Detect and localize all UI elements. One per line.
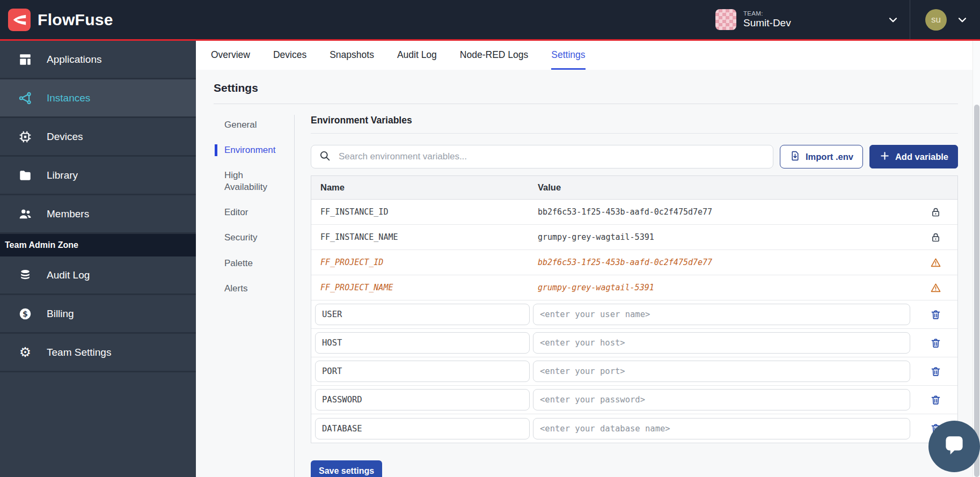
tab-overview[interactable]: Overview xyxy=(211,41,250,70)
lock-icon xyxy=(913,207,957,218)
env-var-value: bb2f6c53-1f25-453b-aafd-0c2f475d7e77 xyxy=(538,207,913,217)
subnav-item-general[interactable]: General xyxy=(215,119,284,131)
subnav-item-editor[interactable]: Editor xyxy=(215,207,284,218)
trash-icon[interactable] xyxy=(913,309,957,320)
svg-text:$: $ xyxy=(23,309,28,318)
trash-icon[interactable] xyxy=(913,337,957,349)
flowfuse-app: FlowFuse TEAM: Sumit-Dev su xyxy=(0,0,980,477)
brand[interactable]: FlowFuse xyxy=(0,9,113,31)
team-switcher[interactable]: TEAM: Sumit-Dev xyxy=(701,0,910,39)
settings-subnav: GeneralEnvironmentHigh AvailabilityEdito… xyxy=(196,115,294,477)
env-var-name-input[interactable] xyxy=(315,361,530,382)
sidebar-item-audit-log[interactable]: Audit Log xyxy=(0,256,196,295)
team-text: TEAM: Sumit-Dev xyxy=(743,10,832,29)
env-var-value-input[interactable] xyxy=(533,332,910,354)
flowfuse-logo-icon xyxy=(8,9,31,31)
team-admin-zone-label: Team Admin Zone xyxy=(0,234,196,256)
chevron-down-icon xyxy=(956,14,968,26)
env-var-name-input[interactable] xyxy=(315,332,530,354)
tab-snapshots[interactable]: Snapshots xyxy=(330,41,374,70)
env-row-password xyxy=(311,386,957,414)
env-var-value: bb2f6c53-1f25-453b-aafd-0c2f475d7e77 xyxy=(538,258,913,267)
trash-icon[interactable] xyxy=(913,394,957,406)
env-row-port xyxy=(311,357,957,386)
subnav-item-alerts[interactable]: Alerts xyxy=(215,283,284,295)
page-title-rule xyxy=(214,104,958,104)
editable-rows xyxy=(311,300,957,443)
search-input[interactable] xyxy=(338,151,765,163)
env-var-name-input[interactable] xyxy=(315,389,530,410)
env-var-name: FF_PROJECT_NAME xyxy=(311,283,538,292)
sidebar: Applications Instances Devices Library M… xyxy=(0,41,196,477)
env-row-database xyxy=(311,414,957,443)
team-avatar xyxy=(715,9,736,30)
chat-bubble-icon xyxy=(941,432,968,461)
settings-content: Settings GeneralEnvironmentHigh Availabi… xyxy=(196,70,973,477)
sidebar-item-applications[interactable]: Applications xyxy=(0,41,196,79)
environment-panel: Environment Variables Impor xyxy=(295,115,973,477)
save-settings-button[interactable]: Save settings xyxy=(311,460,382,477)
subnav-item-security[interactable]: Security xyxy=(215,232,284,244)
applications-icon xyxy=(18,53,32,67)
env-row-ff-instance-id: FF_INSTANCE_ID bb2f6c53-1f25-453b-aafd-0… xyxy=(311,200,957,225)
user-avatar: su xyxy=(925,9,947,31)
plus-icon xyxy=(879,150,890,164)
sidebar-item-billing[interactable]: $ Billing xyxy=(0,295,196,334)
subnav-item-high-availability[interactable]: High Availability xyxy=(215,170,284,193)
env-toolbar: Import .env Add variable xyxy=(311,145,958,168)
devices-icon xyxy=(18,130,32,144)
warning-icon xyxy=(913,257,957,268)
subnav-item-palette[interactable]: Palette xyxy=(215,258,284,269)
chat-widget-button[interactable] xyxy=(928,421,980,472)
members-icon xyxy=(18,207,32,221)
lock-icon xyxy=(913,232,957,243)
locked-rows: FF_INSTANCE_ID bb2f6c53-1f25-453b-aafd-0… xyxy=(311,200,957,300)
sidebar-item-instances[interactable]: Instances xyxy=(0,79,196,118)
add-variable-label: Add variable xyxy=(895,152,948,162)
team-label: TEAM: xyxy=(743,10,832,17)
env-var-value-input[interactable] xyxy=(533,389,910,410)
sidebar-main-items: Applications Instances Devices Library M… xyxy=(0,41,196,234)
env-row-user xyxy=(311,300,957,329)
app-header: FlowFuse TEAM: Sumit-Dev su xyxy=(0,0,980,41)
tab-devices[interactable]: Devices xyxy=(273,41,306,70)
env-var-name: FF_PROJECT_ID xyxy=(311,258,538,267)
team-name: Sumit-Dev xyxy=(743,17,832,29)
scrollbar-track[interactable] xyxy=(972,41,980,477)
billing-icon: $ xyxy=(18,307,32,321)
import-env-label: Import .env xyxy=(806,152,853,162)
add-variable-button[interactable]: Add variable xyxy=(869,145,958,168)
env-row-ff-project-id: FF_PROJECT_ID bb2f6c53-1f25-453b-aafd-0c… xyxy=(311,250,957,275)
env-var-name-input[interactable] xyxy=(315,418,530,439)
column-header-name: Name xyxy=(311,182,538,193)
sidebar-item-devices[interactable]: Devices xyxy=(0,118,196,157)
trash-icon[interactable] xyxy=(913,366,957,377)
header-right: TEAM: Sumit-Dev su xyxy=(701,0,980,39)
env-var-value-input[interactable] xyxy=(533,361,910,382)
env-variables-table: Name Value FF_INSTANCE_ID bb2f6c53-1f25-… xyxy=(311,175,958,443)
tab-audit-log[interactable]: Audit Log xyxy=(397,41,437,70)
sidebar-admin-items: Audit Log $ Billing ⚙ Team Settings xyxy=(0,256,196,372)
search-box xyxy=(311,145,773,168)
sidebar-item-members[interactable]: Members xyxy=(0,195,196,234)
env-row-ff-instance-name: FF_INSTANCE_NAME grumpy-grey-wagtail-539… xyxy=(311,225,957,250)
env-var-value: grumpy-grey-wagtail-5391 xyxy=(538,232,913,242)
env-var-value-input[interactable] xyxy=(533,304,910,325)
env-var-name: FF_INSTANCE_NAME xyxy=(311,232,538,242)
column-header-value: Value xyxy=(538,182,913,193)
env-var-name-input[interactable] xyxy=(315,304,530,325)
gear-icon: ⚙ xyxy=(18,346,32,359)
main-area: OverviewDevicesSnapshotsAudit LogNode-RE… xyxy=(196,41,973,477)
chevron-down-icon xyxy=(887,14,899,26)
library-icon xyxy=(18,168,32,182)
subnav-item-environment[interactable]: Environment xyxy=(215,144,284,156)
env-row-host xyxy=(311,329,957,357)
scrollbar-thumb[interactable] xyxy=(974,105,979,477)
env-var-value-input[interactable] xyxy=(533,418,910,439)
tab-node-red-logs[interactable]: Node-RED Logs xyxy=(460,41,528,70)
sidebar-item-team-settings[interactable]: ⚙ Team Settings xyxy=(0,334,196,372)
tab-settings[interactable]: Settings xyxy=(551,41,585,70)
sidebar-item-library[interactable]: Library xyxy=(0,157,196,195)
user-menu[interactable]: su xyxy=(910,9,980,31)
import-env-button[interactable]: Import .env xyxy=(780,145,863,168)
